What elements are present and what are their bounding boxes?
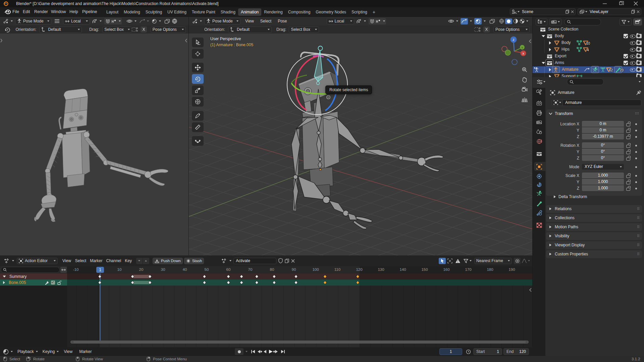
svg-text:X: X [522, 52, 524, 55]
svg-text:Y: Y [521, 46, 523, 49]
svg-text:Z: Z [513, 38, 515, 42]
